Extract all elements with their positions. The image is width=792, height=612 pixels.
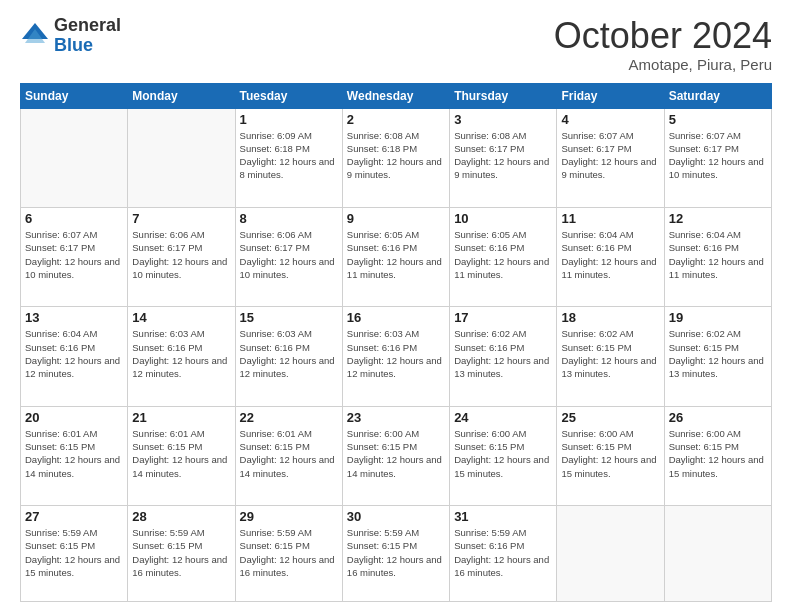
- day-info: Sunrise: 6:05 AM Sunset: 6:16 PM Dayligh…: [454, 228, 552, 281]
- calendar-cell: 13Sunrise: 6:04 AM Sunset: 6:16 PM Dayli…: [21, 307, 128, 406]
- day-info: Sunrise: 6:01 AM Sunset: 6:15 PM Dayligh…: [25, 427, 123, 480]
- calendar-cell: 25Sunrise: 6:00 AM Sunset: 6:15 PM Dayli…: [557, 406, 664, 505]
- header: General Blue October 2024 Amotape, Piura…: [20, 16, 772, 73]
- calendar-cell: 18Sunrise: 6:02 AM Sunset: 6:15 PM Dayli…: [557, 307, 664, 406]
- calendar-day-header: Wednesday: [342, 83, 449, 108]
- day-number: 27: [25, 509, 123, 524]
- day-number: 24: [454, 410, 552, 425]
- calendar-cell: [21, 108, 128, 207]
- calendar-cell: 11Sunrise: 6:04 AM Sunset: 6:16 PM Dayli…: [557, 207, 664, 306]
- day-info: Sunrise: 6:07 AM Sunset: 6:17 PM Dayligh…: [25, 228, 123, 281]
- calendar-cell: 8Sunrise: 6:06 AM Sunset: 6:17 PM Daylig…: [235, 207, 342, 306]
- calendar-week-row: 1Sunrise: 6:09 AM Sunset: 6:18 PM Daylig…: [21, 108, 772, 207]
- day-number: 20: [25, 410, 123, 425]
- day-info: Sunrise: 5:59 AM Sunset: 6:15 PM Dayligh…: [240, 526, 338, 579]
- day-info: Sunrise: 5:59 AM Sunset: 6:15 PM Dayligh…: [347, 526, 445, 579]
- day-info: Sunrise: 6:00 AM Sunset: 6:15 PM Dayligh…: [561, 427, 659, 480]
- day-number: 11: [561, 211, 659, 226]
- calendar-cell: 6Sunrise: 6:07 AM Sunset: 6:17 PM Daylig…: [21, 207, 128, 306]
- calendar-table: SundayMondayTuesdayWednesdayThursdayFrid…: [20, 83, 772, 602]
- day-info: Sunrise: 6:02 AM Sunset: 6:15 PM Dayligh…: [561, 327, 659, 380]
- day-info: Sunrise: 6:03 AM Sunset: 6:16 PM Dayligh…: [240, 327, 338, 380]
- calendar-cell: 15Sunrise: 6:03 AM Sunset: 6:16 PM Dayli…: [235, 307, 342, 406]
- day-number: 23: [347, 410, 445, 425]
- calendar-cell: 14Sunrise: 6:03 AM Sunset: 6:16 PM Dayli…: [128, 307, 235, 406]
- day-number: 4: [561, 112, 659, 127]
- day-info: Sunrise: 6:04 AM Sunset: 6:16 PM Dayligh…: [25, 327, 123, 380]
- day-info: Sunrise: 6:05 AM Sunset: 6:16 PM Dayligh…: [347, 228, 445, 281]
- day-info: Sunrise: 6:08 AM Sunset: 6:17 PM Dayligh…: [454, 129, 552, 182]
- calendar-cell: 3Sunrise: 6:08 AM Sunset: 6:17 PM Daylig…: [450, 108, 557, 207]
- day-info: Sunrise: 6:01 AM Sunset: 6:15 PM Dayligh…: [132, 427, 230, 480]
- calendar-week-row: 20Sunrise: 6:01 AM Sunset: 6:15 PM Dayli…: [21, 406, 772, 505]
- day-info: Sunrise: 6:06 AM Sunset: 6:17 PM Dayligh…: [240, 228, 338, 281]
- calendar-day-header: Saturday: [664, 83, 771, 108]
- logo-icon: [20, 21, 50, 51]
- calendar-cell: [128, 108, 235, 207]
- logo-general-text: General: [54, 15, 121, 35]
- calendar-week-row: 13Sunrise: 6:04 AM Sunset: 6:16 PM Dayli…: [21, 307, 772, 406]
- day-info: Sunrise: 5:59 AM Sunset: 6:15 PM Dayligh…: [25, 526, 123, 579]
- day-number: 19: [669, 310, 767, 325]
- day-number: 22: [240, 410, 338, 425]
- logo: General Blue: [20, 16, 121, 56]
- day-number: 10: [454, 211, 552, 226]
- day-info: Sunrise: 6:07 AM Sunset: 6:17 PM Dayligh…: [669, 129, 767, 182]
- calendar-cell: 16Sunrise: 6:03 AM Sunset: 6:16 PM Dayli…: [342, 307, 449, 406]
- calendar-cell: 21Sunrise: 6:01 AM Sunset: 6:15 PM Dayli…: [128, 406, 235, 505]
- day-number: 9: [347, 211, 445, 226]
- calendar-cell: 19Sunrise: 6:02 AM Sunset: 6:15 PM Dayli…: [664, 307, 771, 406]
- calendar-cell: 26Sunrise: 6:00 AM Sunset: 6:15 PM Dayli…: [664, 406, 771, 505]
- calendar-cell: 17Sunrise: 6:02 AM Sunset: 6:16 PM Dayli…: [450, 307, 557, 406]
- day-number: 13: [25, 310, 123, 325]
- day-number: 12: [669, 211, 767, 226]
- location: Amotape, Piura, Peru: [554, 56, 772, 73]
- day-number: 8: [240, 211, 338, 226]
- calendar-cell: 4Sunrise: 6:07 AM Sunset: 6:17 PM Daylig…: [557, 108, 664, 207]
- calendar-cell: 29Sunrise: 5:59 AM Sunset: 6:15 PM Dayli…: [235, 506, 342, 602]
- day-number: 5: [669, 112, 767, 127]
- day-number: 29: [240, 509, 338, 524]
- calendar-day-header: Thursday: [450, 83, 557, 108]
- day-info: Sunrise: 6:00 AM Sunset: 6:15 PM Dayligh…: [669, 427, 767, 480]
- calendar-cell: 2Sunrise: 6:08 AM Sunset: 6:18 PM Daylig…: [342, 108, 449, 207]
- calendar-cell: [557, 506, 664, 602]
- day-number: 14: [132, 310, 230, 325]
- calendar-cell: 30Sunrise: 5:59 AM Sunset: 6:15 PM Dayli…: [342, 506, 449, 602]
- day-info: Sunrise: 6:04 AM Sunset: 6:16 PM Dayligh…: [669, 228, 767, 281]
- day-info: Sunrise: 6:01 AM Sunset: 6:15 PM Dayligh…: [240, 427, 338, 480]
- day-info: Sunrise: 6:03 AM Sunset: 6:16 PM Dayligh…: [132, 327, 230, 380]
- calendar-cell: 22Sunrise: 6:01 AM Sunset: 6:15 PM Dayli…: [235, 406, 342, 505]
- day-info: Sunrise: 6:03 AM Sunset: 6:16 PM Dayligh…: [347, 327, 445, 380]
- day-info: Sunrise: 6:07 AM Sunset: 6:17 PM Dayligh…: [561, 129, 659, 182]
- calendar-cell: 7Sunrise: 6:06 AM Sunset: 6:17 PM Daylig…: [128, 207, 235, 306]
- logo-blue-text: Blue: [54, 35, 93, 55]
- day-info: Sunrise: 5:59 AM Sunset: 6:16 PM Dayligh…: [454, 526, 552, 579]
- calendar-day-header: Sunday: [21, 83, 128, 108]
- calendar-cell: 20Sunrise: 6:01 AM Sunset: 6:15 PM Dayli…: [21, 406, 128, 505]
- calendar-day-header: Tuesday: [235, 83, 342, 108]
- calendar-cell: 23Sunrise: 6:00 AM Sunset: 6:15 PM Dayli…: [342, 406, 449, 505]
- day-info: Sunrise: 6:04 AM Sunset: 6:16 PM Dayligh…: [561, 228, 659, 281]
- day-number: 18: [561, 310, 659, 325]
- calendar-cell: 12Sunrise: 6:04 AM Sunset: 6:16 PM Dayli…: [664, 207, 771, 306]
- day-info: Sunrise: 6:00 AM Sunset: 6:15 PM Dayligh…: [454, 427, 552, 480]
- calendar-cell: 9Sunrise: 6:05 AM Sunset: 6:16 PM Daylig…: [342, 207, 449, 306]
- day-number: 6: [25, 211, 123, 226]
- day-number: 1: [240, 112, 338, 127]
- day-number: 28: [132, 509, 230, 524]
- day-number: 30: [347, 509, 445, 524]
- day-info: Sunrise: 6:09 AM Sunset: 6:18 PM Dayligh…: [240, 129, 338, 182]
- day-number: 17: [454, 310, 552, 325]
- title-block: October 2024 Amotape, Piura, Peru: [554, 16, 772, 73]
- day-number: 21: [132, 410, 230, 425]
- day-number: 25: [561, 410, 659, 425]
- day-info: Sunrise: 6:00 AM Sunset: 6:15 PM Dayligh…: [347, 427, 445, 480]
- calendar-cell: 31Sunrise: 5:59 AM Sunset: 6:16 PM Dayli…: [450, 506, 557, 602]
- calendar-cell: 1Sunrise: 6:09 AM Sunset: 6:18 PM Daylig…: [235, 108, 342, 207]
- calendar-week-row: 27Sunrise: 5:59 AM Sunset: 6:15 PM Dayli…: [21, 506, 772, 602]
- calendar-cell: 24Sunrise: 6:00 AM Sunset: 6:15 PM Dayli…: [450, 406, 557, 505]
- calendar-cell: 10Sunrise: 6:05 AM Sunset: 6:16 PM Dayli…: [450, 207, 557, 306]
- calendar-cell: 5Sunrise: 6:07 AM Sunset: 6:17 PM Daylig…: [664, 108, 771, 207]
- page: General Blue October 2024 Amotape, Piura…: [0, 0, 792, 612]
